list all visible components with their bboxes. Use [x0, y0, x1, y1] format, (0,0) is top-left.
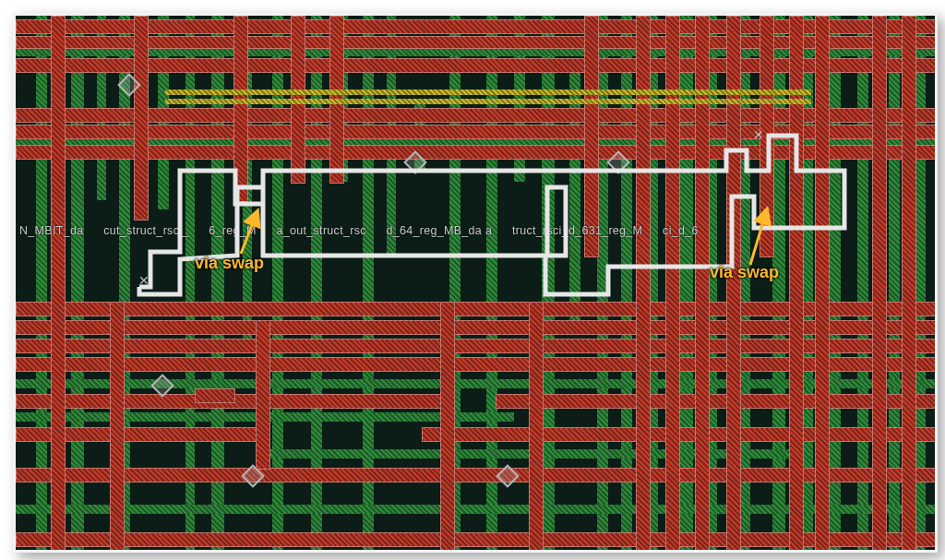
metal-track: [233, 16, 248, 202]
metal-segment: [195, 388, 235, 403]
cell-label: d_64_reg_MB_da a: [387, 224, 493, 237]
metal-track: [529, 302, 544, 553]
cell-label-row: N_MBIT_da cut_struct_rsci_ 6_reg_M a_out…: [16, 224, 935, 241]
metal-track: [496, 394, 937, 409]
metal-track: [665, 16, 680, 552]
cell-label: truct_rsci_d_631_reg_M: [512, 224, 642, 237]
endpoint-marker: ✕: [752, 128, 765, 141]
endpoint-marker: ✕: [138, 274, 150, 287]
metal-track: [584, 16, 599, 257]
metal-track: [815, 16, 830, 552]
layout-viewport[interactable]: ✕ ✕ N_MBIT_da cut_struct_rsci_ 6_reg_M a…: [13, 13, 938, 553]
cell-label: a_out_struct_rsc: [277, 224, 366, 237]
metal-track: [695, 16, 710, 552]
metal-track: [636, 16, 651, 552]
metal-track: [789, 16, 804, 552]
cell-label: 6_reg_M: [209, 224, 256, 237]
annotation-label-left: via swap: [195, 254, 264, 273]
metal-track: [110, 302, 125, 553]
metal-track: [134, 16, 149, 220]
metal-track: [51, 16, 66, 552]
metal-track: [872, 16, 887, 552]
metal-track: [726, 16, 741, 552]
metal-track: [440, 302, 455, 553]
annotation-label-right: via swap: [710, 263, 779, 282]
cell-label: N_MBIT_da: [19, 224, 83, 237]
metal-track: [902, 16, 916, 552]
routing-canvas[interactable]: ✕ ✕ N_MBIT_da cut_struct_rsci_ 6_reg_M a…: [16, 16, 935, 550]
cell-label: ci_d_6: [663, 224, 699, 237]
metal-track-highlight: [165, 99, 811, 104]
metal-track-highlight: [165, 89, 811, 95]
metal-track: [256, 320, 270, 470]
cell-label: cut_struct_rsci_: [103, 224, 188, 237]
